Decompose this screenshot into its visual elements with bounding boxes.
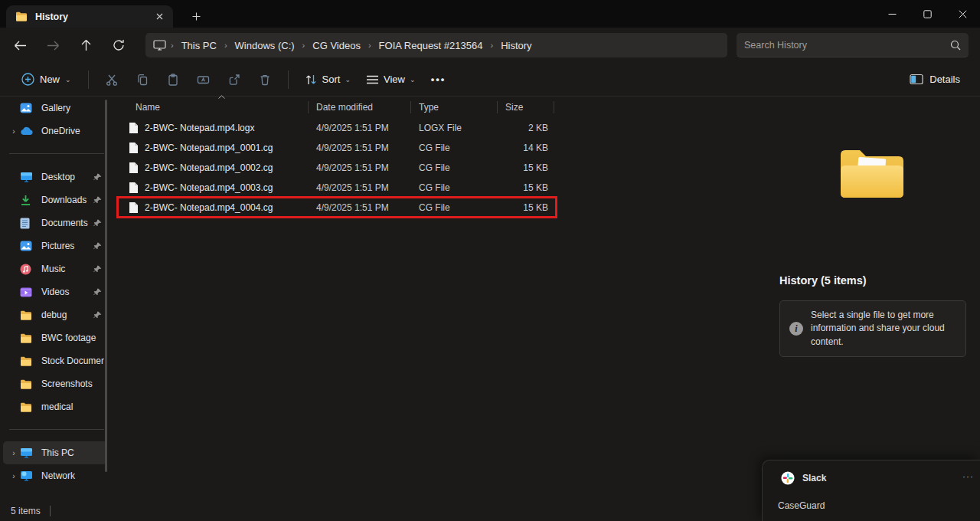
file-size: 2 KB — [498, 123, 554, 133]
forward-button[interactable] — [40, 33, 66, 57]
details-info-box: i Select a single file to get more infor… — [779, 300, 966, 357]
network-icon — [20, 470, 34, 482]
pin-icon — [93, 219, 104, 228]
sidebar-item-documents[interactable]: Documents — [3, 211, 107, 234]
sidebar-item-music[interactable]: Music — [3, 257, 107, 280]
sidebar-item-label: Gallery — [41, 103, 104, 113]
breadcrumb-chevron-icon: › — [166, 41, 178, 50]
sort-button[interactable]: Sort ⌄ — [296, 67, 358, 92]
file-name: 2-BWC- Notepad.mp4.logx — [145, 123, 254, 133]
sidebar-item-medical[interactable]: medical — [3, 395, 107, 418]
details-info-text: Select a single file to get more informa… — [811, 309, 956, 348]
breadcrumb-cg-videos[interactable]: CG Videos — [309, 40, 364, 51]
cut-button[interactable] — [96, 67, 127, 92]
pin-icon — [93, 265, 104, 274]
column-header-name[interactable]: Name — [115, 98, 309, 116]
new-button[interactable]: New ⌄ — [12, 67, 80, 92]
tab-close-icon[interactable] — [152, 9, 167, 25]
sidebar-item-gallery[interactable]: Gallery — [3, 97, 107, 120]
up-button[interactable] — [73, 33, 99, 57]
column-header-label: Size — [505, 102, 523, 113]
search-box[interactable] — [737, 33, 969, 57]
delete-button[interactable] — [250, 67, 280, 92]
table-row[interactable]: 2-BWC- Notepad.mp4_0003.cg 4/9/2025 1:51… — [115, 178, 766, 198]
sidebar-item-onedrive[interactable]: › OneDrive — [3, 120, 107, 143]
new-tab-button[interactable] — [187, 7, 205, 25]
documents-icon — [20, 217, 34, 229]
videos-icon — [20, 286, 34, 298]
breadcrumb-foia-request[interactable]: FOIA Request #213564 — [376, 40, 486, 51]
search-input[interactable] — [744, 40, 950, 51]
file-type: CG File — [411, 143, 498, 153]
column-header-type[interactable]: Type — [411, 98, 498, 116]
close-button[interactable] — [945, 0, 980, 28]
file-date: 4/9/2025 1:51 PM — [309, 143, 411, 153]
sidebar-item-network[interactable]: › Network — [3, 464, 107, 487]
breadcrumb-this-pc[interactable]: This PC — [178, 40, 220, 51]
maximize-button[interactable] — [910, 0, 945, 28]
sidebar-item-label: Documents — [41, 218, 93, 228]
search-icon[interactable] — [950, 40, 961, 51]
copy-button[interactable] — [127, 67, 158, 92]
column-header-size[interactable]: Size — [498, 98, 554, 116]
toolbar-separator — [288, 70, 289, 89]
pin-icon — [93, 242, 104, 251]
new-plus-icon — [21, 73, 34, 86]
table-row[interactable]: 2-BWC- Notepad.mp4_0002.cg 4/9/2025 1:51… — [115, 158, 766, 178]
command-toolbar: New ⌄ — [0, 63, 980, 97]
file-icon — [129, 122, 139, 134]
expand-chevron-icon[interactable]: › — [8, 127, 20, 136]
table-row[interactable]: 2-BWC- Notepad.mp4_0001.cg 4/9/2025 1:51… — [115, 138, 766, 158]
sidebar-item-label: Network — [41, 470, 104, 481]
sidebar-item-pictures[interactable]: Pictures — [3, 234, 107, 257]
toast-app-name: Slack — [802, 473, 826, 483]
file-explorer-window: History — [0, 0, 980, 521]
rename-button[interactable] — [188, 67, 219, 92]
details-toggle-label: Details — [929, 74, 960, 85]
new-button-label: New — [40, 74, 60, 85]
breadcrumb-chevron-icon: › — [220, 41, 232, 50]
sidebar-item-desktop[interactable]: Desktop — [3, 165, 107, 188]
details-toggle-button[interactable]: Details — [902, 67, 968, 92]
column-divider[interactable] — [554, 101, 554, 113]
paste-button[interactable] — [158, 67, 188, 92]
toast-message[interactable]: CaseGuard — [778, 500, 825, 511]
sidebar-item-label: debug — [41, 310, 93, 320]
sidebar-item-screenshots[interactable]: Screenshots — [3, 372, 107, 395]
sidebar-item-stock-documents[interactable]: Stock Documen — [3, 349, 107, 372]
expand-chevron-icon[interactable]: › — [8, 472, 20, 480]
toast-more-icon[interactable]: ··· — [962, 471, 974, 482]
breadcrumb-history[interactable]: History — [498, 40, 534, 51]
share-button[interactable] — [219, 67, 250, 92]
sidebar-item-bwc-footage[interactable]: BWC footage — [3, 326, 107, 349]
file-icon — [129, 182, 139, 194]
breadcrumb-windows-c[interactable]: Windows (C:) — [232, 40, 298, 51]
refresh-button[interactable] — [106, 33, 132, 57]
table-row[interactable]: 2-BWC- Notepad.mp4.logx 4/9/2025 1:51 PM… — [115, 118, 766, 138]
back-button[interactable] — [7, 33, 33, 57]
sidebar-separator — [9, 429, 104, 430]
column-header-date-modified[interactable]: Date modified — [309, 98, 411, 116]
copy-icon — [136, 73, 149, 87]
pin-icon — [93, 288, 104, 297]
view-button[interactable]: View ⌄ — [358, 67, 423, 92]
minimize-button[interactable] — [874, 0, 910, 28]
file-list-area: Name Date modified Type Size — [115, 97, 766, 501]
explorer-tab[interactable]: History — [6, 5, 173, 28]
see-more-button[interactable]: ••• — [423, 67, 453, 92]
items-count: 5 items — [11, 506, 41, 516]
sidebar-item-videos[interactable]: Videos — [3, 280, 107, 303]
column-header-label: Name — [136, 102, 160, 113]
chevron-down-icon: ⌄ — [65, 76, 71, 84]
navigation-row: › This PC › Windows (C:) › CG Videos › F… — [0, 28, 980, 63]
desktop-icon — [20, 171, 34, 183]
address-bar[interactable]: › This PC › Windows (C:) › CG Videos › F… — [145, 33, 727, 57]
sidebar-scrollbar[interactable] — [105, 100, 107, 472]
folder-icon — [15, 11, 28, 21]
sidebar-item-downloads[interactable]: Downloads — [3, 188, 107, 211]
sort-button-label: Sort — [322, 74, 341, 85]
expand-chevron-icon[interactable]: › — [8, 449, 20, 457]
sidebar-item-debug[interactable]: debug — [3, 303, 107, 326]
sidebar-item-this-pc[interactable]: › This PC — [3, 441, 107, 464]
slack-notification-toast[interactable]: Slack ··· CaseGuard — [762, 460, 980, 521]
